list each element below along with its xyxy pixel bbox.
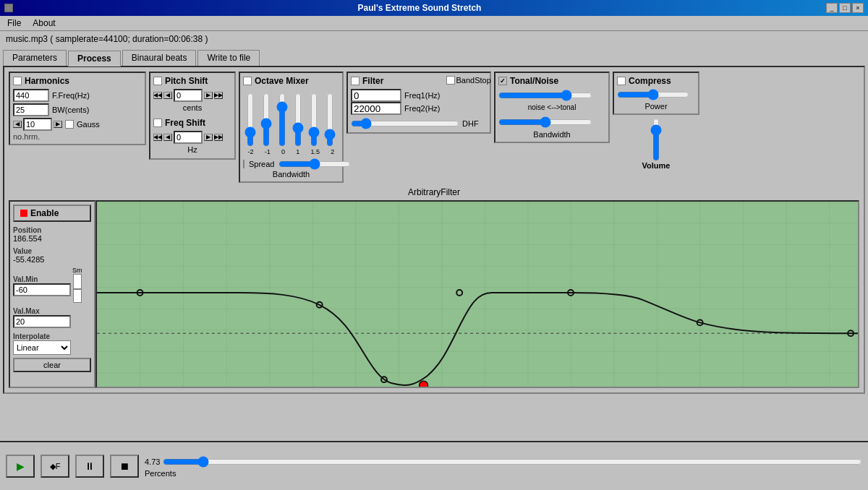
dhf-row: DHF (351, 118, 487, 129)
pitch-right2[interactable]: ▶▶ (214, 92, 223, 99)
octave-sliders (243, 89, 339, 147)
valmax-label: Val.Max (13, 307, 91, 315)
octave-title: Octave Mixer (243, 76, 339, 86)
octave-slider-15[interactable] (307, 93, 321, 147)
interpolate-section: Interpolate Linear Cosine Cubic (13, 331, 91, 355)
tonal-checkbox[interactable]: ✓ (498, 77, 507, 85)
menu-about[interactable]: About (28, 17, 59, 29)
sm-slider[interactable] (73, 274, 82, 303)
enable-button[interactable]: Enable (13, 205, 91, 222)
harmonics-checkbox[interactable] (13, 77, 22, 85)
interpolate-select[interactable]: Linear Cosine Cubic (13, 340, 71, 355)
count-left-arrow[interactable]: ◀ (13, 121, 22, 128)
freq-left2[interactable]: ◀ (163, 134, 172, 141)
forward-button[interactable]: ◆F (41, 455, 69, 478)
octave-slider-m2[interactable] (243, 93, 258, 147)
pitch-left2[interactable]: ◀ (163, 92, 172, 99)
sm-label: Sm (72, 267, 82, 274)
freq-checkbox[interactable] (153, 119, 162, 127)
file-info: music.mp3 ( samplerate=44100; duration=0… (0, 31, 868, 47)
pitch-right1[interactable]: ▶ (204, 92, 213, 99)
compress-slider[interactable] (617, 89, 689, 100)
compress-label: Compress (629, 76, 671, 86)
pitch-left1[interactable]: ◀◀ (153, 92, 162, 99)
clear-button[interactable]: clear (13, 358, 91, 372)
harmonics-count-input[interactable] (23, 118, 52, 131)
arbitrary-container: Enable Position 186.554 Value -55.4285 V… (9, 200, 859, 388)
octave-checkbox[interactable] (243, 77, 252, 85)
filter-section: Filter Freq1(Hz) Freq2(Hz) (351, 76, 441, 115)
gauss-checkbox[interactable] (65, 120, 74, 129)
spread-checkbox[interactable] (243, 160, 244, 168)
volume-slider[interactable] (648, 118, 664, 161)
bandstop-checkbox[interactable] (446, 76, 455, 85)
arbitrary-section: ArbitraryFilter Enable Position 186.554 … (9, 187, 859, 388)
filter-canvas[interactable] (95, 200, 859, 388)
pause-button[interactable]: ⏸ (75, 455, 104, 478)
valmin-input[interactable] (13, 283, 71, 296)
right-panels: Compress Power Volume (613, 72, 699, 170)
bandwidth-slider[interactable] (498, 116, 592, 129)
bottom-bar: ▶ ◆F ⏸ ⏹ 4.73 Percents (0, 441, 868, 490)
octave-slider-0[interactable] (275, 93, 289, 147)
enable-label: Enable (30, 208, 59, 218)
octave-label-2: 2 (331, 148, 334, 155)
filter-controls: Enable Position 186.554 Value -55.4285 V… (9, 200, 95, 388)
play-button[interactable]: ▶ (6, 455, 35, 478)
harmonics-freq-label: F.Freq(Hz) (52, 91, 90, 100)
tonal-slider[interactable] (498, 89, 592, 102)
harmonics-freq-input[interactable] (13, 89, 49, 102)
pitch-checkbox[interactable] (153, 77, 162, 85)
spread-slider[interactable] (278, 158, 351, 170)
freq-shift-section: Freq Shift ◀◀ ◀ ▶ ▶▶ Hz (153, 118, 231, 154)
octave-panel: Octave Mixer -2 -1 0 1 1.5 2 Spr (239, 72, 344, 183)
window-controls[interactable]: _ □ × (826, 3, 864, 13)
progress-slider[interactable] (163, 455, 862, 469)
harmonics-title: Harmonics (13, 76, 142, 86)
minimize-button[interactable]: _ (826, 3, 838, 13)
compress-checkbox[interactable] (617, 77, 626, 85)
valmax-input[interactable] (13, 315, 71, 328)
octave-label-m2: -2 (248, 148, 254, 155)
filter-freq1-input[interactable] (351, 89, 401, 102)
octave-label-0: 0 (281, 148, 285, 155)
dhf-slider[interactable] (351, 118, 459, 129)
octave-label-m1: -1 (265, 148, 271, 155)
octave-label-15: 1.5 (311, 148, 320, 155)
main-content: Harmonics F.Freq(Hz) BW(cents) ◀ ▶ Gauss… (3, 66, 865, 394)
count-right-arrow[interactable]: ▶ (54, 121, 62, 128)
octave-slider-m1[interactable] (259, 93, 273, 147)
freq-input[interactable] (174, 131, 203, 144)
maximize-button[interactable]: □ (839, 3, 851, 13)
close-button[interactable]: × (852, 3, 864, 13)
bandwidth-text: Bandwidth (498, 130, 605, 139)
filter-checkbox[interactable] (351, 77, 359, 85)
bandstop-section: BandStop (446, 76, 491, 85)
harmonics-gauss-row: ◀ ▶ Gauss (13, 118, 142, 131)
freq-left1[interactable]: ◀◀ (153, 134, 162, 141)
spread-label: Spread (249, 160, 274, 168)
filter-freq2-input[interactable] (351, 102, 401, 115)
freq-right2[interactable]: ▶▶ (214, 134, 223, 141)
stop-button[interactable]: ⏹ (110, 455, 139, 478)
progress-label: Percents (145, 469, 862, 478)
octave-slider-2[interactable] (323, 93, 337, 147)
volume-section: Volume (613, 118, 699, 170)
filter-freq1-row: Freq1(Hz) (351, 89, 441, 102)
position-value: 186.554 (13, 234, 91, 243)
menu-file[interactable]: File (3, 17, 25, 29)
filter-top: Filter Freq1(Hz) Freq2(Hz) BandStop (351, 76, 487, 115)
tab-write-to-file[interactable]: Write to file (197, 50, 260, 66)
tab-binaural[interactable]: Binaural beats (122, 50, 197, 66)
pitch-input[interactable] (174, 89, 203, 102)
filter-freq2-row: Freq2(Hz) (351, 102, 441, 115)
tab-parameters[interactable]: Parameters (3, 50, 67, 66)
tab-process[interactable]: Process (68, 51, 121, 66)
tabs-bar: Parameters Process Binaural beats Write … (0, 47, 868, 66)
harmonics-bw-input[interactable] (13, 103, 49, 116)
octave-slider-1[interactable] (291, 93, 305, 147)
controls-row: Harmonics F.Freq(Hz) BW(cents) ◀ ▶ Gauss… (9, 72, 859, 183)
spread-row: Spread (243, 158, 339, 170)
freq-unit: Hz (153, 145, 231, 154)
freq-right1[interactable]: ▶ (204, 134, 213, 141)
